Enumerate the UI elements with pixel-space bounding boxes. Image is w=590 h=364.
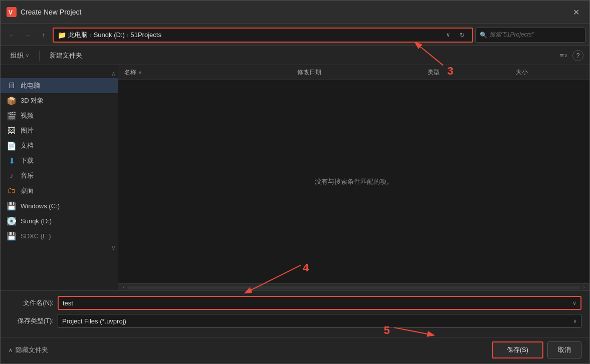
column-header-date[interactable]: 修改日期	[295, 68, 426, 77]
file-list-empty: 没有与搜索条件匹配的项。	[118, 80, 589, 283]
hide-folder-chevron-icon: ∧	[9, 347, 13, 353]
folder-icon: 📁	[58, 31, 66, 39]
column-header-size[interactable]: 大小	[514, 68, 585, 77]
search-placeholder: 搜索"51Projects"	[489, 31, 534, 39]
sidebar-item-sdxc-e[interactable]: 💾 SDXC (E:)	[1, 228, 118, 243]
address-chevron-1: ›	[90, 32, 92, 38]
filetype-dropdown-icon[interactable]: ∨	[573, 318, 577, 324]
form-area: 文件名(N): test ∨ 保存类型(T): Project Files (*…	[1, 290, 589, 337]
svg-text:V: V	[9, 9, 13, 16]
sidebar-label-3d-objects: 3D 对象	[21, 96, 44, 105]
organize-button[interactable]: 组织 ∨	[7, 49, 33, 62]
search-box[interactable]: 🔍 搜索"51Projects"	[475, 28, 585, 43]
sidebar-item-3d-objects[interactable]: 📦 3D 对象	[1, 93, 118, 108]
close-button[interactable]: ✕	[568, 5, 583, 20]
save-button[interactable]: 保存(S)	[492, 341, 543, 358]
sidebar-item-pictures[interactable]: 🖼 图片	[1, 123, 118, 138]
sidebar-label-downloads: 下载	[21, 156, 34, 165]
column-header-type[interactable]: 类型	[426, 68, 514, 77]
organize-chevron-icon: ∨	[26, 53, 29, 58]
footer-buttons: 保存(S) 取消	[492, 341, 581, 358]
column-size-label: 大小	[516, 68, 528, 77]
sidebar-label-music: 音乐	[21, 171, 34, 180]
forward-button[interactable]: →	[21, 28, 35, 42]
toolbar-separator	[39, 51, 40, 61]
filename-label: 文件名(N):	[9, 298, 54, 307]
filename-dropdown-icon[interactable]: ∨	[572, 300, 576, 306]
sidebar: ∧ 🖥 此电脑 📦 3D 对象 🎬 视频 🖼 图片 📄 文档	[1, 65, 118, 290]
sidebar-item-videos[interactable]: 🎬 视频	[1, 108, 118, 123]
create-project-dialog: V Create New Project ✕ ← → ↑ 📁 此电脑 › Sun…	[0, 0, 590, 364]
filetype-select[interactable]: Project Files (*.uvproj) ∨	[58, 314, 581, 328]
downloads-icon: ⬇	[7, 156, 17, 166]
scrollbar-track[interactable]	[127, 286, 580, 289]
up-arrow-icon: ↑	[42, 31, 46, 39]
up-button[interactable]: ↑	[37, 28, 51, 42]
scroll-up-icon: ∧	[111, 70, 116, 77]
scroll-down-icon: ∨	[111, 244, 116, 251]
app-icon: V	[7, 7, 17, 17]
pictures-icon: 🖼	[7, 126, 17, 136]
sidebar-label-sunqk-d: Sunqk (D:)	[21, 217, 52, 225]
sidebar-item-windows-c[interactable]: 💾 Windows (C:)	[1, 198, 118, 213]
videos-icon: 🎬	[7, 111, 17, 121]
toolbar: 组织 ∨ 新建文件夹 ≡ ∨ ?	[1, 46, 589, 65]
3d-objects-icon: 📦	[7, 96, 17, 106]
sidebar-label-sdxc-e: SDXC (E:)	[21, 232, 51, 240]
sidebar-label-videos: 视频	[21, 111, 34, 120]
windows-c-icon: 💾	[7, 201, 17, 211]
filetype-label: 保存类型(T):	[9, 316, 54, 325]
back-button[interactable]: ←	[5, 28, 19, 42]
search-icon: 🔍	[480, 32, 487, 39]
column-type-label: 类型	[428, 68, 440, 77]
desktop-icon: 🗂	[7, 186, 17, 196]
hide-folder-toggle[interactable]: ∧ 隐藏文件夹	[9, 345, 48, 354]
main-area: ∧ 🖥 此电脑 📦 3D 对象 🎬 视频 🖼 图片 📄 文档	[1, 65, 589, 290]
cancel-button[interactable]: 取消	[547, 341, 581, 358]
refresh-button[interactable]: ↻	[456, 29, 468, 41]
view-button[interactable]: ≡ ∨	[556, 49, 570, 63]
sort-icon: ∧	[138, 70, 142, 75]
help-button[interactable]: ?	[572, 50, 583, 61]
sidebar-item-sunqk-d[interactable]: 💽 Sunqk (D:)	[1, 213, 118, 228]
filename-value: test	[63, 299, 572, 307]
sidebar-item-this-pc[interactable]: 🖥 此电脑	[1, 78, 118, 93]
sidebar-label-pictures: 图片	[21, 126, 34, 135]
nav-bar: ← → ↑ 📁 此电脑 › Sunqk (D:) › 51Projects ∨ …	[1, 24, 589, 46]
filename-row: 文件名(N): test ∨	[9, 296, 581, 310]
title-bar: V Create New Project ✕	[1, 1, 589, 24]
address-chevron-2: ›	[127, 32, 129, 38]
sidebar-label-this-pc: 此电脑	[21, 81, 40, 90]
filename-input[interactable]: test ∨	[58, 296, 581, 310]
dialog-title: Create New Project	[21, 8, 568, 16]
address-part-3: 51Projects	[130, 31, 161, 39]
sdxc-e-icon: 💾	[7, 231, 17, 241]
documents-icon: 📄	[7, 141, 17, 151]
sidebar-item-music[interactable]: ♪ 音乐	[1, 168, 118, 183]
new-folder-button[interactable]: 新建文件夹	[46, 49, 86, 62]
sidebar-label-documents: 文档	[21, 141, 34, 150]
column-date-label: 修改日期	[297, 68, 321, 77]
sidebar-item-desktop[interactable]: 🗂 桌面	[1, 183, 118, 198]
hide-folder-label: 隐藏文件夹	[16, 345, 48, 354]
toolbar-right: ≡ ∨ ?	[556, 49, 583, 63]
scroll-left-button[interactable]: ‹	[120, 284, 127, 291]
address-dropdown-button[interactable]: ∨	[442, 29, 454, 41]
sunqk-d-icon: 💽	[7, 216, 17, 226]
scroll-right-button[interactable]: ›	[580, 284, 587, 291]
address-part-1: 此电脑	[68, 31, 88, 40]
horizontal-scrollbar[interactable]: ‹ ›	[118, 283, 589, 290]
address-bar[interactable]: 📁 此电脑 › Sunqk (D:) › 51Projects ∨ ↻	[53, 28, 473, 43]
sidebar-scroll-down[interactable]: ∨	[1, 243, 118, 252]
column-name-label: 名称	[124, 68, 136, 77]
sidebar-item-documents[interactable]: 📄 文档	[1, 138, 118, 153]
empty-message: 没有与搜索条件匹配的项。	[315, 177, 393, 186]
column-header-name[interactable]: 名称 ∧	[122, 68, 295, 77]
sidebar-item-downloads[interactable]: ⬇ 下载	[1, 153, 118, 168]
view-icon: ≡	[559, 52, 563, 60]
music-icon: ♪	[7, 171, 17, 181]
file-area: 名称 ∧ 修改日期 类型 大小 没有与搜索条件匹配的项。 ‹	[118, 65, 589, 290]
sidebar-scroll-up[interactable]: ∧	[1, 69, 118, 78]
address-parts: 此电脑 › Sunqk (D:) › 51Projects	[68, 31, 440, 40]
file-list-header: 名称 ∧ 修改日期 类型 大小	[118, 65, 589, 80]
